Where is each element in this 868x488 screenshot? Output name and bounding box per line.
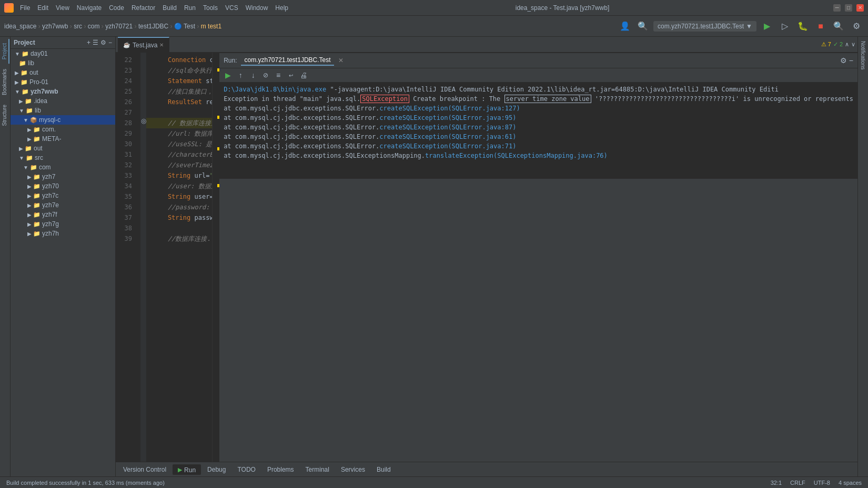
tree-item-yzh7-2[interactable]: ▶ 📁 yzh70	[11, 181, 115, 191]
menu-code[interactable]: Code	[106, 3, 127, 13]
sidebar-tab-project[interactable]: Project	[1, 39, 9, 64]
scroll-down-button[interactable]: ↓	[248, 70, 258, 80]
bottom-tab-run[interactable]: ▶ Run	[173, 464, 201, 475]
clear-output-button[interactable]: ⊘	[260, 70, 271, 80]
bottom-tab-todo[interactable]: TODO	[232, 465, 260, 474]
menu-vcs[interactable]: VCS	[222, 3, 241, 13]
breadcrumb-yzh70721[interactable]: yzh70721	[105, 23, 133, 30]
run-configuration-selector[interactable]: com.yzh70721.test1JDBC.Test ▼	[653, 21, 756, 32]
run-tab-active[interactable]: com.yzh70721.test1JDBC.Test	[241, 55, 334, 66]
wrap-output-button[interactable]: ↩	[286, 70, 296, 80]
tree-item-lib2[interactable]: ▼ 📁 lib	[11, 106, 115, 115]
bottom-tab-version-control[interactable]: Version Control	[118, 465, 171, 474]
bottom-tab-problems[interactable]: Problems	[262, 465, 299, 474]
stack-link-1[interactable]: createSQLException(SQLError.java:127)	[379, 105, 520, 112]
tree-item-meta[interactable]: ▶ 📁 META-	[11, 134, 115, 144]
tree-item-yzh7-7[interactable]: ▶ 📁 yzh7h	[11, 229, 115, 238]
tree-item-yzh7-3[interactable]: ▶ 📁 yzh7c	[11, 191, 115, 200]
tree-item-com-dot[interactable]: ▶ 📁 com.	[11, 125, 115, 134]
minimize-button[interactable]: ─	[833, 4, 841, 12]
add-icon[interactable]: +	[87, 39, 90, 46]
bottom-tab-build[interactable]: Build	[371, 465, 396, 474]
tree-item-mysql[interactable]: ▼ 📦 mysql-c	[11, 115, 115, 125]
tree-item-src[interactable]: ▼ 📁 src	[11, 153, 115, 162]
menu-navigate[interactable]: Navigate	[74, 3, 105, 13]
status-bar: Build completed successfully in 1 sec, 6…	[0, 476, 868, 488]
notifications-tab[interactable]: Notifications	[859, 39, 867, 72]
code-editor[interactable]: 22 23 24 25 26 27 28 29 30 31 32 33 34 3…	[116, 53, 219, 462]
breadcrumb-test[interactable]: 🔵 Test	[174, 23, 195, 30]
run-button[interactable]: ▶	[760, 19, 774, 34]
tree-item-yzh7-4[interactable]: ▶ 📁 yzh7e	[11, 200, 115, 210]
menu-tools[interactable]: Tools	[200, 3, 221, 13]
tree-item-com2[interactable]: ▼ 📁 com	[11, 162, 115, 172]
run-tab-close[interactable]: ✕	[338, 57, 344, 64]
menu-build[interactable]: Build	[159, 3, 180, 13]
tree-item-lib[interactable]: 📁 lib	[11, 58, 115, 68]
tree-item-out[interactable]: ▶ 📁 out	[11, 68, 115, 77]
menu-help[interactable]: Help	[272, 3, 291, 13]
breadcrumb-yzh7wwb[interactable]: yzh7wwb	[42, 23, 68, 30]
bottom-tab-debug[interactable]: Debug	[202, 465, 231, 474]
search-everywhere-button[interactable]: 🔍	[635, 19, 650, 34]
menu-file[interactable]: File	[17, 3, 33, 13]
scroll-up-button[interactable]: ↑	[235, 70, 246, 80]
maximize-button[interactable]: □	[845, 4, 852, 12]
git-button[interactable]: 👤	[618, 19, 632, 34]
tree-item-yzh7-6[interactable]: ▶ 📁 yzh7g	[11, 219, 115, 229]
sql-exception-class[interactable]: SQLException	[360, 95, 409, 103]
collapse-icon[interactable]: −	[108, 39, 112, 46]
debug-button[interactable]: 🐛	[795, 19, 810, 34]
status-line-ending[interactable]: CRLF	[788, 480, 808, 486]
bottom-tab-services[interactable]: Services	[336, 465, 370, 474]
bottom-tab-terminal[interactable]: Terminal	[300, 465, 335, 474]
status-indent[interactable]: 4 spaces	[836, 480, 864, 486]
tree-item-day01[interactable]: ▼ 📁 day01	[11, 49, 115, 58]
java-exe-link[interactable]: D:\Java\jdk1.8\bin\java.exe	[224, 86, 326, 93]
stack-link-4[interactable]: createSQLException(SQLError.java:61)	[379, 133, 516, 140]
sidebar-tab-structure[interactable]: Structure	[1, 100, 9, 130]
coverage-button[interactable]: ▷	[778, 19, 792, 34]
stack-link-5[interactable]: createSQLException(SQLError.java:71)	[379, 143, 516, 150]
tree-item-yzh7wwb[interactable]: ▼ 📁 yzh7wwb	[11, 87, 115, 96]
settings-button[interactable]: ⚙	[849, 19, 864, 34]
print-button[interactable]: 🖨	[298, 70, 309, 80]
breadcrumb-com[interactable]: com	[88, 23, 100, 30]
editor-tab-testjava[interactable]: ☕ Test.java ✕	[118, 37, 169, 52]
sidebar-tab-bookmarks[interactable]: Bookmarks	[1, 65, 9, 99]
stack-link-6[interactable]: translateException(SQLExceptionsMapping.…	[425, 152, 608, 159]
menu-edit[interactable]: Edit	[34, 3, 52, 13]
tab-close-icon[interactable]: ✕	[159, 42, 164, 48]
close-button[interactable]: ✕	[856, 4, 864, 12]
editor-scrollbar[interactable]	[212, 53, 219, 462]
settings-icon[interactable]: ⚙	[100, 39, 106, 46]
status-encoding[interactable]: UTF-8	[812, 480, 832, 486]
breadcrumb-src[interactable]: src	[74, 23, 82, 30]
stack-link-3[interactable]: createSQLException(SQLError.java:87)	[379, 124, 516, 131]
search-button[interactable]: 🔍	[831, 19, 846, 34]
filter-output-button[interactable]: ≡	[273, 70, 284, 80]
run-again-button[interactable]: ▶	[223, 70, 233, 80]
code-content[interactable]: Connection connection=null; //sql命令执行接口，…	[146, 53, 212, 462]
menu-refactor[interactable]: Refactor	[128, 3, 158, 13]
status-cursor-position[interactable]: 32:1	[769, 480, 784, 486]
menu-window[interactable]: Window	[243, 3, 271, 13]
breadcrumb-test1jdbc[interactable]: test1JDBC	[138, 23, 168, 30]
tree-item-idea[interactable]: ▶ 📁 .idea	[11, 96, 115, 106]
menu-run[interactable]: Run	[181, 3, 199, 13]
list-icon[interactable]: ☰	[93, 39, 98, 46]
stack-link-2[interactable]: createSQLException(SQLError.java:95)	[379, 114, 516, 121]
collapse-down-icon[interactable]: ∨	[851, 41, 855, 48]
breadcrumb-test1-method[interactable]: m test1	[201, 23, 221, 30]
menu-view[interactable]: View	[53, 3, 73, 13]
collapse-up-icon[interactable]: ∧	[845, 41, 849, 48]
tree-item-yzh7-1[interactable]: ▶ 📁 yzh7	[11, 172, 115, 181]
settings-gear-icon[interactable]: ⚙	[840, 56, 847, 65]
stop-button[interactable]: ■	[813, 19, 828, 34]
tree-item-out2[interactable]: ▶ 📁 out	[11, 144, 115, 153]
minimize-panel-icon[interactable]: −	[849, 56, 853, 65]
breadcrumb-ideaspace[interactable]: idea_space	[4, 23, 36, 30]
folder-icon: 📁	[25, 145, 32, 152]
tree-item-pro01[interactable]: ▶ 📁 Pro-01	[11, 77, 115, 87]
tree-item-yzh7-5[interactable]: ▶ 📁 yzh7f	[11, 210, 115, 219]
